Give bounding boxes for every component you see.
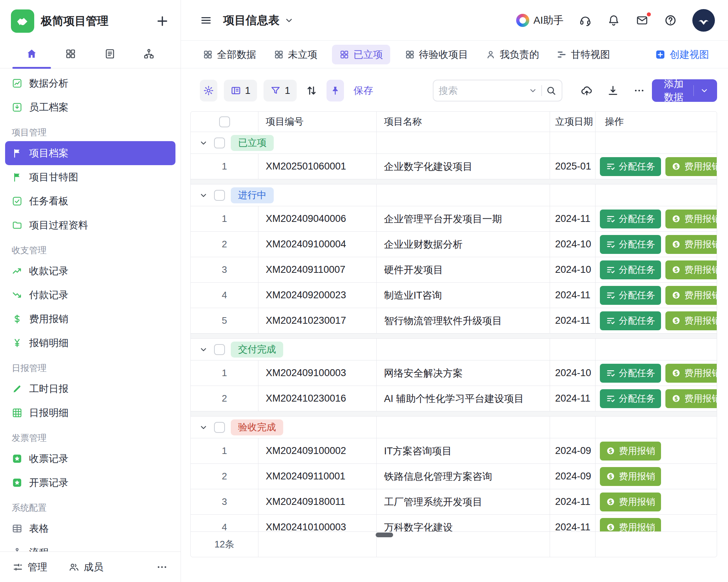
sidebar-item[interactable]: 日报明细: [5, 401, 175, 425]
assign-task-button[interactable]: 分配任务: [600, 286, 661, 305]
project-code-cell[interactable]: XM202409200023: [258, 283, 376, 308]
expense-report-button[interactable]: $费用报销: [600, 518, 661, 532]
group-checkbox[interactable]: [214, 137, 225, 148]
group-checkbox[interactable]: [214, 422, 225, 433]
search-input[interactable]: [439, 85, 525, 96]
assign-task-button[interactable]: 分配任务: [600, 157, 661, 176]
collapse-group-icon[interactable]: [199, 423, 208, 432]
expense-report-button[interactable]: $费用报销: [665, 235, 717, 254]
assign-task-button[interactable]: 分配任务: [600, 260, 661, 279]
collapse-group-icon[interactable]: [199, 191, 208, 200]
more-button[interactable]: [633, 84, 645, 97]
project-date-cell[interactable]: 2024-10: [550, 360, 595, 386]
project-date-cell[interactable]: 2024-09: [550, 438, 595, 463]
search-scope-dropdown[interactable]: [528, 86, 538, 95]
create-view-button[interactable]: 创建视图: [652, 45, 712, 64]
project-code-cell[interactable]: XM202501060001: [258, 154, 376, 179]
project-date-cell[interactable]: 2024-09: [550, 464, 595, 489]
sidebar-item[interactable]: 费用报销: [5, 307, 175, 331]
project-date-cell[interactable]: 2024-11: [550, 489, 595, 514]
expense-report-button[interactable]: $费用报销: [665, 364, 717, 383]
project-code-cell[interactable]: XM202409040006: [258, 206, 376, 231]
sidebar-item[interactable]: 报销明细: [5, 331, 175, 355]
sidebar-item[interactable]: 项目甘特图: [5, 165, 175, 189]
project-date-cell[interactable]: 2024-11: [550, 206, 595, 231]
table-title-dropdown[interactable]: 项目信息表: [223, 13, 294, 28]
assign-task-button[interactable]: 分配任务: [600, 210, 661, 228]
support-button[interactable]: [579, 14, 592, 27]
project-name-cell[interactable]: IT方案咨询项目: [376, 438, 550, 463]
project-name-cell[interactable]: 企业管理平台开发项目一期: [376, 206, 550, 231]
project-code-cell[interactable]: XM202410230017: [258, 308, 376, 333]
import-button[interactable]: [581, 84, 593, 97]
project-code-cell[interactable]: XM202409100002: [258, 438, 376, 463]
sidebar-item[interactable]: 流程: [5, 541, 175, 551]
expense-report-button[interactable]: $费用报销: [665, 286, 717, 305]
project-date-cell[interactable]: 2024-10: [550, 232, 595, 257]
project-code-cell[interactable]: XM202410230016: [258, 386, 376, 411]
collapse-group-icon[interactable]: [199, 345, 208, 354]
field-config-button[interactable]: 1: [224, 80, 257, 101]
project-code-cell[interactable]: XM202410100003: [258, 515, 376, 531]
sidebar-more-button[interactable]: [156, 561, 168, 573]
avatar[interactable]: [692, 9, 715, 32]
settings-button[interactable]: [200, 80, 217, 101]
sidebar-item[interactable]: 付款记录: [5, 283, 175, 307]
expense-report-button[interactable]: $费用报销: [665, 157, 717, 176]
manage-button[interactable]: 管理: [12, 561, 47, 574]
project-code-cell[interactable]: XM202409110007: [258, 257, 376, 282]
view-tab[interactable]: 我负责的: [483, 45, 542, 64]
project-name-cell[interactable]: 网络安全解决方案: [376, 360, 550, 386]
sidebar-item[interactable]: 表格: [5, 517, 175, 541]
horizontal-scrollbar-thumb[interactable]: [376, 533, 393, 537]
add-data-button[interactable]: 添加数据: [652, 79, 717, 102]
column-header-date[interactable]: 立项日期: [550, 112, 595, 132]
project-date-cell[interactable]: 2024-11: [550, 283, 595, 308]
expense-report-button[interactable]: $费用报销: [600, 467, 661, 486]
project-name-cell[interactable]: 制造业IT咨询: [376, 283, 550, 308]
sidebar-item[interactable]: 员工档案: [5, 95, 175, 119]
expense-report-button[interactable]: $费用报销: [665, 311, 717, 330]
project-name-cell[interactable]: AI 辅助个性化学习平台建设项目: [376, 386, 550, 411]
assign-task-button[interactable]: 分配任务: [600, 235, 661, 254]
assign-task-button[interactable]: 分配任务: [600, 389, 661, 408]
inbox-button[interactable]: [636, 14, 649, 27]
workspace-tab-grid[interactable]: [58, 39, 83, 68]
project-date-cell[interactable]: 2024-11: [550, 515, 595, 531]
project-name-cell[interactable]: 硬件开发项目: [376, 257, 550, 282]
add-app-button[interactable]: [155, 14, 170, 28]
view-tab[interactable]: 未立项: [271, 45, 320, 64]
view-tab[interactable]: 甘特视图: [554, 45, 613, 64]
project-name-cell[interactable]: 企业业财数据分析: [376, 232, 550, 257]
sidebar-item[interactable]: 项目档案: [5, 141, 175, 165]
filter-button[interactable]: 1: [264, 80, 297, 101]
project-date-cell[interactable]: 2025-01: [550, 154, 595, 179]
members-button[interactable]: 成员: [68, 561, 103, 574]
project-name-cell[interactable]: 企业数字化建设项目: [376, 154, 550, 179]
project-code-cell[interactable]: XM202409110001: [258, 464, 376, 489]
sidebar-item[interactable]: 任务看板: [5, 189, 175, 213]
sidebar-item[interactable]: 开票记录: [5, 471, 175, 495]
workspace-tab-home[interactable]: [19, 39, 44, 68]
project-name-cell[interactable]: 万科数字化建设: [376, 515, 550, 531]
expense-report-button[interactable]: $费用报销: [665, 389, 717, 408]
help-button[interactable]: [664, 14, 677, 27]
collapse-group-icon[interactable]: [199, 138, 208, 148]
menu-toggle-button[interactable]: [200, 14, 212, 27]
column-header-code[interactable]: 项目编号: [258, 112, 376, 132]
expense-report-button[interactable]: $费用报销: [600, 442, 661, 461]
expense-report-button[interactable]: $费用报销: [665, 260, 717, 279]
assign-task-button[interactable]: 分配任务: [600, 311, 661, 330]
export-button[interactable]: [607, 84, 619, 97]
project-name-cell[interactable]: 铁路信息化管理方案咨询: [376, 464, 550, 489]
project-name-cell[interactable]: 智行物流管理软件升级项目: [376, 308, 550, 333]
sidebar-item[interactable]: 数据分析: [5, 71, 175, 95]
expense-report-button[interactable]: $费用报销: [600, 493, 661, 511]
view-tab[interactable]: 全部数据: [200, 45, 259, 64]
group-checkbox[interactable]: [214, 190, 225, 201]
view-tab[interactable]: 待验收项目: [402, 45, 471, 64]
project-name-cell[interactable]: 工厂管理系统开发项目: [376, 489, 550, 514]
group-checkbox[interactable]: [214, 344, 225, 355]
workspace-tab-flow[interactable]: [136, 39, 162, 68]
project-date-cell[interactable]: 2024-10: [550, 257, 595, 282]
